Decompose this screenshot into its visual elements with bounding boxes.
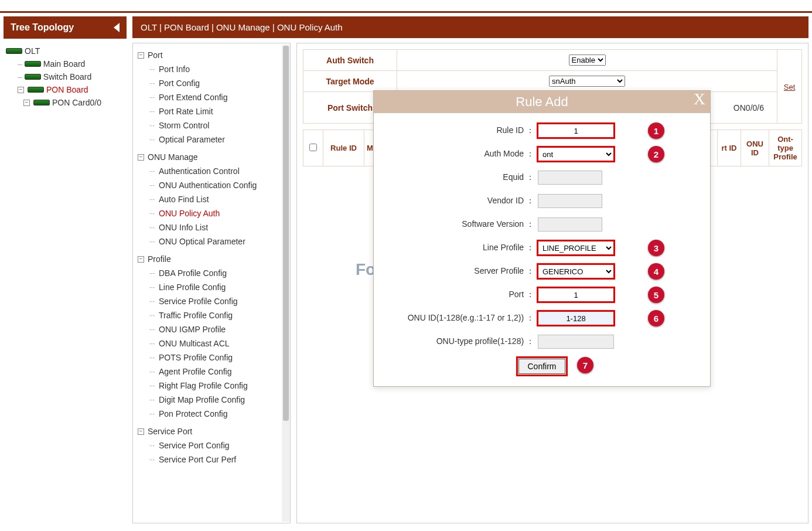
- line-profile-label: Line Profile: [483, 243, 524, 252]
- board-icon: [33, 100, 50, 105]
- nav-port-info[interactable]: Port Info: [133, 62, 290, 76]
- nav-onu-optical[interactable]: ONU Optical Parameter: [133, 234, 290, 249]
- server-profile-select[interactable]: GENERICO: [538, 264, 614, 278]
- auth-mode-select[interactable]: ont: [538, 147, 614, 161]
- nav-storm[interactable]: Storm Control: [133, 118, 290, 132]
- nav-svcport-label: Service Port: [148, 427, 192, 436]
- nav-port-extend[interactable]: Port Extend Config: [133, 90, 290, 104]
- close-icon[interactable]: X: [694, 90, 705, 108]
- confirm-button[interactable]: Confirm: [518, 359, 565, 374]
- nav-service[interactable]: Service Profile Config: [133, 294, 290, 308]
- callout-6: 6: [648, 310, 664, 326]
- breadcrumb: OLT | PON Board | ONU Manage | ONU Polic…: [132, 16, 808, 38]
- server-profile-label: Server Profile: [474, 266, 524, 275]
- col-onu-id: ONU ID: [741, 130, 769, 166]
- board-icon: [25, 61, 41, 67]
- nav-ponprot[interactable]: Pon Protect Config: [133, 407, 290, 421]
- modal-title: Rule Add: [516, 94, 568, 109]
- onu-id-label: ONU ID(1-128(e.g.:1-17 or 1,2)): [408, 313, 524, 322]
- collapse-left-icon[interactable]: [114, 23, 120, 32]
- nav-igmp[interactable]: ONU IGMP Profile: [133, 322, 290, 336]
- minus-icon[interactable]: −: [138, 256, 144, 263]
- minus-icon[interactable]: −: [23, 100, 30, 106]
- software-version-label: Software Version: [462, 219, 524, 229]
- scrollbar[interactable]: [282, 45, 290, 522]
- main-view: Auth Switch Enable Set Target Mode snAut…: [296, 43, 808, 523]
- tree-pon-card[interactable]: − PON Card0/0: [6, 96, 124, 109]
- tree-main-label: Main Board: [43, 59, 86, 69]
- nav-profile[interactable]: −Profile: [133, 252, 290, 266]
- nav-onu-manage-label: ONU Manage: [148, 152, 198, 162]
- equid-label: Equid: [503, 172, 524, 182]
- select-all-checkbox[interactable]: [309, 144, 317, 151]
- nav-dmap[interactable]: Digit Map Profile Config: [133, 393, 290, 407]
- port-input[interactable]: [538, 288, 614, 302]
- nav-onu-info[interactable]: ONU Info List: [133, 220, 290, 234]
- nav-svcport-cfg[interactable]: Service Port Config: [133, 438, 290, 452]
- minus-icon[interactable]: −: [138, 154, 144, 161]
- nav-port-label: Port: [148, 50, 163, 60]
- nav-onu-auth-cfg[interactable]: ONU Authentication Config: [133, 178, 290, 192]
- minus-icon[interactable]: −: [18, 87, 24, 93]
- nav-port-rate[interactable]: Port Rate Limit: [133, 104, 290, 118]
- onu-type-input: [538, 335, 614, 349]
- nav-rflag[interactable]: Right Flag Profile Config: [133, 379, 290, 393]
- port-switch-value: ON0/0/6: [733, 103, 764, 113]
- nav-onu-manage[interactable]: −ONU Manage: [133, 150, 290, 164]
- port-label: Port: [509, 290, 524, 299]
- col-ont-type: Ont-type Profile: [769, 130, 802, 166]
- equid-input: [538, 171, 602, 185]
- col-rule-id: Rule ID: [323, 130, 364, 166]
- tree-pon-label: PON Board: [46, 85, 88, 94]
- callout-4: 4: [648, 263, 664, 280]
- tree-title: Tree Topology: [11, 22, 74, 33]
- target-mode-label: Target Mode: [303, 71, 397, 92]
- callout-5: 5: [648, 287, 664, 303]
- tree-olt-label: OLT: [25, 46, 40, 56]
- nav-profile-label: Profile: [148, 254, 171, 264]
- tree-card-label: PON Card0/0: [52, 98, 101, 107]
- target-mode-select[interactable]: snAuth: [549, 76, 625, 87]
- tree-header: Tree Topology: [4, 16, 127, 39]
- nav-optical[interactable]: Optical Parameter: [133, 132, 290, 147]
- nav-traffic[interactable]: Traffic Profile Config: [133, 308, 290, 322]
- tree-switch-label: Switch Board: [43, 72, 91, 81]
- nav-mcast[interactable]: ONU Multicast ACL: [133, 336, 290, 350]
- board-icon: [25, 74, 41, 80]
- nav-port[interactable]: −Port: [133, 48, 290, 62]
- tree-olt[interactable]: OLT: [6, 45, 124, 57]
- nav-port-config[interactable]: Port Config: [133, 76, 290, 90]
- callout-3: 3: [648, 240, 664, 256]
- line-profile-select[interactable]: LINE_PROFILE: [538, 241, 614, 255]
- nav-pots[interactable]: POTS Profile Config: [133, 350, 290, 365]
- nav-auto-find[interactable]: Auto Find List: [133, 192, 290, 206]
- col-rt-id: rt ID: [718, 130, 741, 166]
- modal-header: Rule Add X: [374, 91, 710, 113]
- auth-switch-label: Auth Switch: [303, 50, 397, 71]
- scroll-thumb[interactable]: [283, 46, 289, 421]
- board-icon: [6, 48, 22, 54]
- nav-service-port[interactable]: −Service Port: [133, 424, 290, 438]
- nav-agent[interactable]: Agent Profile Config: [133, 365, 290, 379]
- minus-icon[interactable]: −: [138, 52, 144, 59]
- minus-icon[interactable]: −: [138, 428, 144, 435]
- nav-policy-auth[interactable]: ONU Policy Auth: [133, 206, 290, 220]
- nav-dba[interactable]: DBA Profile Config: [133, 266, 290, 280]
- nav-line[interactable]: Line Profile Config: [133, 280, 290, 294]
- software-version-input: [538, 217, 602, 232]
- callout-7: 7: [577, 357, 593, 373]
- vendor-id-label: Vendor ID: [487, 196, 524, 205]
- board-icon: [28, 87, 44, 93]
- nav-auth-ctrl[interactable]: Authentication Control: [133, 164, 290, 178]
- tree-switch-board[interactable]: – Switch Board: [6, 70, 124, 83]
- auth-switch-select[interactable]: Enable: [569, 55, 606, 66]
- nav-svcport-perf[interactable]: Service Port Cur Perf: [133, 452, 290, 467]
- set-link[interactable]: Set: [784, 83, 796, 91]
- tree-pon-board[interactable]: − PON Board: [6, 83, 124, 96]
- rule-id-input[interactable]: [538, 124, 614, 138]
- onu-id-input[interactable]: [538, 311, 614, 325]
- sub-nav: −Port Port Info Port Config Port Extend …: [132, 43, 291, 523]
- top-bar: [0, 0, 812, 13]
- tree-main-board[interactable]: – Main Board: [6, 57, 124, 70]
- callout-2: 2: [648, 146, 664, 162]
